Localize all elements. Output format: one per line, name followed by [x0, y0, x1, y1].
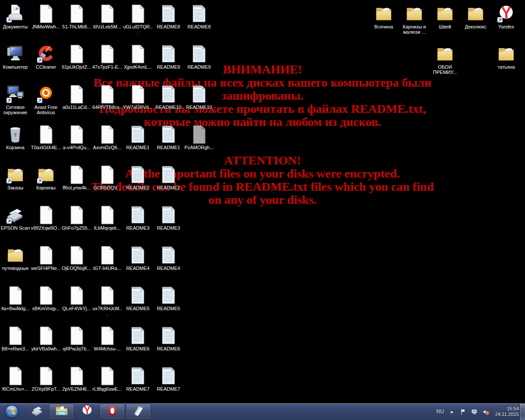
desktop-icon[interactable]: f6CmLho+... — [0, 366, 31, 392]
desktop-icon-label: README5 — [126, 306, 149, 311]
opera-taskbar[interactable] — [100, 404, 125, 419]
desktop-icon[interactable]: Карнизы — [31, 164, 61, 190]
network-icon[interactable] — [471, 408, 478, 416]
desktop-icon[interactable]: Документы — [0, 4, 31, 29]
desktop-icon[interactable]: README7 — [122, 366, 153, 392]
desktop-icon[interactable]: GORbDQV... — [92, 164, 122, 190]
desktop-icon[interactable]: README2 — [122, 164, 153, 190]
desktop-icon[interactable]: ZOXpI9FpT... — [31, 366, 61, 392]
desktop-icon-label: README1 — [157, 145, 180, 150]
desktop-icon[interactable]: README1 — [153, 124, 184, 150]
desktop-icon[interactable]: Компьютер — [0, 44, 31, 70]
desktop-icon[interactable]: a-v4PrdQu... — [61, 124, 92, 150]
desktop-icon[interactable]: Avast Free Antivirus — [31, 84, 61, 115]
desktop-icon[interactable]: YW7aURVd... — [122, 84, 153, 110]
readme-icon — [158, 326, 178, 346]
windows-explorer-taskbar[interactable] — [49, 404, 74, 419]
desktop-icon[interactable]: W4Mchsu-... — [92, 326, 122, 351]
desktop-icon[interactable]: qRPwJqTb... — [61, 326, 92, 351]
desktop-icon[interactable]: Швей — [430, 4, 460, 29]
desktop-icon[interactable]: tGT-Ii4URa... — [92, 245, 122, 271]
desktop-icon[interactable]: a0s11LaCd... — [61, 84, 92, 110]
desktop-icon[interactable]: README1 — [122, 124, 153, 150]
desktop-icon-label: YW7aURVd... — [123, 105, 153, 110]
desktop-icon[interactable]: README8 — [184, 4, 214, 29]
readme-icon — [158, 4, 178, 24]
desktop-icon[interactable]: Yandex — [491, 4, 522, 29]
desktop-icon[interactable]: Карнизы и жалюзи ... — [399, 4, 430, 35]
desktop-icon[interactable]: xBKmVnqy... — [31, 285, 61, 311]
desktop-icon[interactable]: 4a+BwAkIg... — [0, 285, 31, 311]
desktop-icon[interactable]: README6 — [153, 326, 184, 351]
desktop-icon[interactable]: ОБОИ ПРЕМИУ... — [430, 44, 460, 75]
desktop-icon[interactable]: GhFo7pZ55... — [61, 205, 92, 231]
desktop-icon[interactable]: JNMwWwh... — [31, 4, 61, 29]
desktop-icon[interactable]: CCleaner — [31, 44, 61, 70]
desktop-icon[interactable]: XjpviK4vnL... — [122, 44, 153, 70]
desktop-icon[interactable]: EPSON Scan — [0, 205, 31, 231]
desktop-icon[interactable]: README5 — [153, 285, 184, 311]
desktop-icon[interactable]: Деколюкс — [460, 4, 491, 29]
desktop-icon[interactable]: weSFI4PNe... — [31, 245, 61, 271]
show-desktop-button[interactable] — [519, 403, 525, 420]
desktop-icon[interactable]: v992Xqw5O... — [31, 205, 61, 231]
file-icon — [97, 285, 117, 305]
desktop-icon[interactable]: 61pUkOjvIZ... — [61, 44, 92, 70]
file-icon — [66, 326, 87, 346]
computer-icon — [5, 44, 25, 64]
desktop-icon[interactable]: 47s7pzF1-E... — [92, 44, 122, 70]
desktop-icon[interactable]: README3 — [153, 205, 184, 231]
desktop-icon[interactable]: ux7KRHJcM... — [92, 285, 122, 316]
tray-clock[interactable]: 15:54 24.11.2015 — [495, 406, 519, 417]
desktop-icon[interactable]: ILbMqrqek... — [92, 205, 122, 231]
desktop-icon[interactable]: README9 — [184, 44, 214, 70]
desktop-icon[interactable]: Сетевое окружение — [0, 84, 31, 115]
desktop-icon[interactable]: OjEOQNsjK... — [61, 245, 92, 271]
desktop-icon[interactable]: README8 — [153, 4, 184, 29]
desktop-icon[interactable]: татьяна — [491, 44, 522, 70]
file-icon — [97, 44, 117, 64]
desktop-icon[interactable]: PzAMORgh... — [184, 124, 214, 150]
desktop-icon[interactable]: README7 — [153, 366, 184, 392]
epson-icon — [31, 404, 44, 419]
desktop-icon[interactable]: ykirVBa9wh... — [31, 326, 61, 351]
desktop-icon[interactable]: README2 — [153, 164, 184, 190]
file-icon — [36, 124, 56, 144]
desktop-icon[interactable]: README6 — [122, 326, 153, 351]
file-icon — [66, 164, 87, 185]
desktop-icon[interactable]: README5 — [122, 285, 153, 311]
desktop-icon[interactable]: 2pVEZNH6... — [61, 366, 92, 392]
language-indicator[interactable]: RU — [436, 409, 444, 415]
notepad-taskbar[interactable] — [126, 404, 151, 419]
desktop-icon[interactable]: README4 — [153, 245, 184, 271]
desktop-icon[interactable]: ff6oLynw4k... — [61, 164, 92, 190]
epson-scan-taskbar[interactable] — [27, 404, 47, 419]
desktop-icon[interactable]: путеводные — [0, 245, 31, 271]
desktop-icon[interactable]: B8+eRwx3... — [0, 326, 31, 351]
start-button[interactable] — [4, 404, 20, 420]
desktop-icon[interactable]: Корзина — [0, 124, 31, 150]
yandex-browser-taskbar[interactable] — [77, 404, 97, 419]
desktop-icon[interactable]: uGLuIDTQR... — [122, 4, 153, 35]
desktop-icon[interactable]: README10 — [184, 84, 214, 110]
desktop-icon[interactable]: README9 — [153, 44, 184, 70]
action-center-flag-icon[interactable] — [459, 408, 467, 416]
desktop-icon[interactable]: README4 — [122, 245, 153, 271]
desktop-icon[interactable]: rLf8qg6swE... — [92, 366, 122, 392]
volume-muted-icon[interactable] — [482, 408, 490, 416]
desktop-icon-label: Деколюкс — [465, 24, 486, 29]
desktop-icon[interactable]: 6IVzLek5M... — [92, 4, 122, 29]
chevron-up-icon[interactable] — [448, 408, 455, 416]
readme-icon — [158, 366, 178, 386]
desktop-icon[interactable]: 51-ThLMb8... — [61, 4, 92, 29]
desktop-icon[interactable]: README10 — [153, 84, 184, 110]
desktop-icon[interactable]: README3 — [122, 205, 153, 231]
desktop-icon-label: v992Xqw5O... — [31, 225, 61, 231]
desktop-icon[interactable]: 64RfVTB8cs... — [92, 84, 122, 115]
desktop-icon[interactable]: QLeF4VkYj... — [61, 285, 92, 311]
desktop-icon[interactable]: AxvmDzQ6... — [92, 124, 122, 150]
desktop-icon[interactable]: T0axIGtX4E... — [31, 124, 61, 150]
desktop-icon[interactable]: Заказы — [0, 164, 31, 190]
desktop[interactable]: ВНИМАНИЕ! Все важные файлы на всех диска… — [0, 0, 525, 402]
desktop-icon[interactable]: Всячина — [368, 4, 399, 29]
